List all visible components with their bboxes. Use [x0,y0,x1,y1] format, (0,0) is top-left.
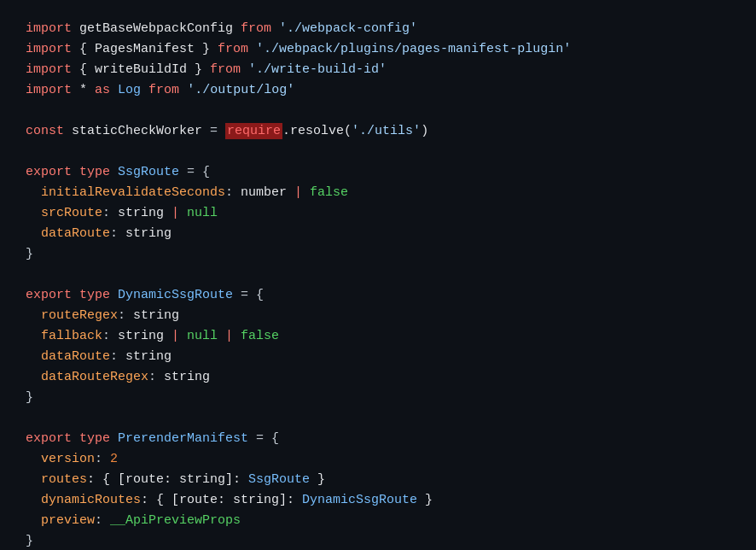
code-line [26,265,730,285]
token: string [164,370,210,384]
token: import [26,83,72,97]
code-line: import getBaseWebpackConfig from './webp… [26,19,730,39]
token: as [95,83,110,97]
token: const [26,124,64,138]
token: = { [179,165,210,179]
token: false [241,329,279,343]
token: './webpack/plugins/pages-manifest-plugin… [256,42,571,56]
token: } [310,472,325,487]
token: staticCheckWorker [64,124,210,138]
token: SsgRoute [248,472,310,487]
code-line: dataRoute: string [26,224,730,244]
token: __ApiPreviewProps [110,513,241,528]
token: from [148,83,179,97]
code-line: export type SsgRoute = { [26,162,730,183]
token: : { [route: string]: [141,493,302,507]
code-line [26,142,730,162]
token: dynamicRoutes [26,493,141,507]
token: initialRevalidateSeconds [26,185,225,200]
token: from [218,42,248,56]
token: { PagesManifest } [72,42,218,56]
token: = [210,124,218,138]
token: dataRoute [26,349,110,364]
token: null [187,329,218,343]
token: * [72,83,95,97]
token: './webpack-config' [279,21,417,36]
token: import [26,42,72,56]
code-line: routes: { [route: string]: SsgRoute } [26,470,730,490]
token: string [118,206,164,220]
token: from [241,21,271,36]
token: | [287,185,310,200]
token: type [79,431,110,446]
token: = { [233,288,264,302]
token: './utils' [352,124,421,138]
code-line: } [26,388,730,408]
token: dataRouteRegex [26,370,148,384]
code-line: dataRouteRegex: string [26,367,730,388]
code-line: import { writeBuildId } from './write-bu… [26,60,730,80]
token: | [164,329,187,343]
token: string [118,329,164,343]
token: : [148,370,164,384]
code-line: import * as Log from './output/log' [26,80,730,101]
code-line: routeRegex: string [26,306,730,326]
token: string [133,308,179,323]
token: | [218,329,241,343]
token: SsgRoute [118,165,179,179]
token: PrerenderManifest [118,431,248,446]
token: export [26,288,72,302]
token: } [26,390,33,405]
token: } [417,493,433,507]
token: : [110,226,125,241]
require-keyword: require [225,123,282,139]
code-line: const staticCheckWorker = require.resolv… [26,121,730,142]
token: Log [118,83,141,97]
code-line: version: 2 [26,449,730,470]
code-line: fallback: string | null | false [26,326,730,347]
token: import [26,62,72,77]
token: ) [421,124,428,138]
token: : [110,349,125,364]
token: preview [26,513,95,528]
token: false [310,185,348,200]
token: : [95,513,110,528]
token: './output/log' [187,83,294,97]
token: type [79,288,110,302]
token: : [225,185,241,200]
token: : [95,452,110,466]
token: 2 [110,452,118,466]
token: .resolve( [282,124,352,138]
token: | [164,206,187,220]
token: getBaseWebpackConfig [72,21,241,36]
token: number [241,185,287,200]
token: export [26,165,72,179]
code-line: dataRoute: string [26,347,730,367]
token: null [187,206,218,220]
token: : { [route: string]: [87,472,248,487]
token: routes [26,472,87,487]
token: dataRoute [26,226,110,241]
token: = { [248,431,279,446]
code-line: preview: __ApiPreviewProps [26,511,730,531]
token: DynamicSsgRoute [118,288,233,302]
token: string [125,226,172,241]
code-line: dynamicRoutes: { [route: string]: Dynami… [26,490,730,511]
token: './write-build-id' [248,62,387,77]
code-editor: import getBaseWebpackConfig from './webp… [14,10,742,550]
code-line: export type PrerenderManifest = { [26,429,730,449]
code-line: srcRoute: string | null [26,203,730,224]
token: routeRegex [26,308,118,323]
token: } [26,247,33,261]
code-line: } [26,531,730,550]
token: { writeBuildId } [72,62,210,77]
token: : [118,308,133,323]
token: export [26,431,72,446]
token: : [102,206,118,220]
token: fallback [26,329,102,343]
code-line [26,101,730,121]
token: from [210,62,241,77]
code-line: import { PagesManifest } from './webpack… [26,39,730,60]
token: DynamicSsgRoute [302,493,417,507]
token: srcRoute [26,206,102,220]
